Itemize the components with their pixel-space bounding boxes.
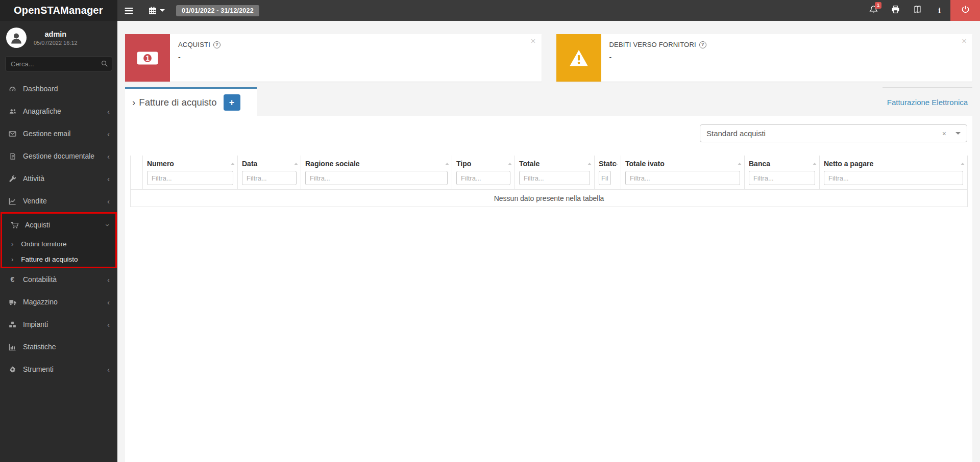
avatar[interactable] [6,28,27,48]
filter-input-tipo[interactable] [456,171,510,185]
filter-input-netto-a-pagare[interactable] [824,171,963,185]
truck-icon [8,298,17,306]
column-header-stato[interactable]: Stato [595,156,621,190]
sidebar-item-label: Magazzino [23,298,58,306]
topbar: OpenSTAManager 01/01/2022 - 31/12/2022 1 [0,0,980,21]
search-icon[interactable] [101,60,108,69]
sidebar-item-gestione-email[interactable]: Gestione email ‹ [0,122,117,145]
sort-asc-icon[interactable] [961,163,965,165]
sidebar-item-strumenti[interactable]: Strumenti ‹ [0,358,117,380]
sidebar-item-acquisti[interactable]: Acquisti ‹ [2,214,115,236]
chevron-left-icon: ‹ [107,275,110,284]
column-label: Totale ivato [625,160,740,168]
money-bill-icon: 1 [125,34,170,82]
filter-input-data[interactable] [242,171,297,185]
column-label: Data [242,160,297,168]
column-header-tipo[interactable]: Tipo [452,156,515,190]
sidebar-item-label: Anagrafiche [23,107,61,115]
date-picker-button[interactable] [140,0,168,21]
chevron-left-icon: ‹ [107,365,110,374]
sidebar-item-statistiche[interactable]: Statistiche [0,336,117,358]
filter-input-ragione-sociale[interactable] [305,171,448,185]
document-icon [8,152,17,160]
sidebar-item-label: Contabilità [23,275,57,284]
chevron-left-icon: ‹ [107,320,110,329]
column-header-select [131,156,143,190]
column-header-numero[interactable]: Numero [143,156,238,190]
chevron-right-icon: › [11,255,13,263]
clear-icon[interactable]: × [942,130,946,138]
column-header-totale[interactable]: Totale [515,156,595,190]
chevron-right-icon: › [132,97,135,108]
sidebar-menu: Dashboard Anagrafiche ‹ Gestione email ‹… [0,78,117,380]
caret-down-icon[interactable] [955,132,961,135]
column-header-data[interactable]: Data [238,156,301,190]
page-title: Fatture di acquisto [139,97,216,108]
close-icon[interactable]: × [962,36,967,46]
filter-input-banca[interactable] [749,171,815,185]
sidebar-toggle-button[interactable] [117,0,140,21]
chevron-right-icon: › [11,240,13,248]
tab-fatturazione-elettronica[interactable]: Fatturazione Elettronica [883,87,972,116]
sidebar-item-dashboard[interactable]: Dashboard [0,78,117,100]
sidebar-subitem-fatture-di-acquisto[interactable]: › Fatture di acquisto [2,251,115,267]
search-input[interactable] [5,56,112,71]
plugin-select-value: Standard acquisti [706,129,942,138]
filter-input-numero[interactable] [147,171,233,185]
sidebar-item-magazzino[interactable]: Magazzino ‹ [0,291,117,313]
sidebar-subitem-ordini-fornitore[interactable]: › Ordini fornitore [2,236,115,251]
sidebar-item-attivita[interactable]: Attività ‹ [0,167,117,190]
info-button[interactable]: i [928,0,950,21]
sort-asc-icon[interactable] [231,163,235,165]
docs-button[interactable] [906,0,928,21]
sort-asc-icon[interactable] [587,163,592,165]
hamburger-icon [125,7,133,14]
column-header-totale-ivato[interactable]: Totale ivato [621,156,745,190]
chart-line-icon [8,197,17,205]
help-circle-icon[interactable]: ? [699,41,706,48]
sidebar-item-vendite[interactable]: Vendite ‹ [0,190,117,212]
sidebar-item-label: Strumenti [23,365,54,373]
sidebar-subitem-label: Fatture di acquisto [21,255,78,263]
chevron-left-icon: ‹ [107,197,110,206]
wrench-icon [8,175,17,183]
sidebar-item-anagrafiche[interactable]: Anagrafiche ‹ [0,100,117,122]
sidebar-item-contabilita[interactable]: € Contabilità ‹ [0,268,117,291]
sidebar-item-label: Attività [23,174,44,183]
filter-input-totale[interactable] [519,171,590,185]
column-header-ragione-sociale[interactable]: Ragione sociale [301,156,452,190]
date-range-badge[interactable]: 01/01/2022 - 31/12/2022 [176,5,259,16]
help-circle-icon[interactable]: ? [213,41,220,48]
sort-asc-icon[interactable] [813,163,817,165]
sidebar-item-label: Gestione email [23,130,70,138]
column-header-banca[interactable]: Banca [745,156,820,190]
notifications-button[interactable]: 1 [863,0,885,21]
chevron-left-icon: ‹ [107,107,110,116]
sort-asc-icon[interactable] [738,163,742,165]
warning-triangle-icon [556,34,601,82]
app-logo: OpenSTAManager [0,0,117,21]
chevron-left-icon: ‹ [107,174,110,183]
logout-button[interactable] [950,0,980,21]
sort-asc-icon[interactable] [614,163,618,165]
sidebar: admin 05/07/2022 16:12 Dashboard Anagraf… [0,21,117,462]
plugin-select[interactable]: Standard acquisti × [700,124,967,142]
column-label: Netto a pagare [824,160,963,168]
caret-down-icon [160,9,165,12]
power-icon [961,5,970,16]
notification-badge: 1 [875,2,881,9]
print-button[interactable] [885,0,906,21]
sort-asc-icon[interactable] [508,163,512,165]
add-invoice-button[interactable]: + [224,94,240,111]
tab-fatture-di-acquisto[interactable]: › Fatture di acquisto + [125,87,257,116]
column-header-netto-a-pagare[interactable]: Netto a pagare [820,156,968,190]
sort-asc-icon[interactable] [294,163,298,165]
sort-asc-icon[interactable] [445,163,449,165]
sidebar-item-label: Gestione documentale [23,152,94,160]
close-icon[interactable]: × [531,36,536,46]
sidebar-item-gestione-documentale[interactable]: Gestione documentale ‹ [0,145,117,167]
chevron-down-icon: ‹ [102,224,111,226]
filter-input-totale-ivato[interactable] [625,171,740,185]
filter-input-stato[interactable] [599,171,611,185]
sidebar-item-impianti[interactable]: Impianti ‹ [0,313,117,336]
